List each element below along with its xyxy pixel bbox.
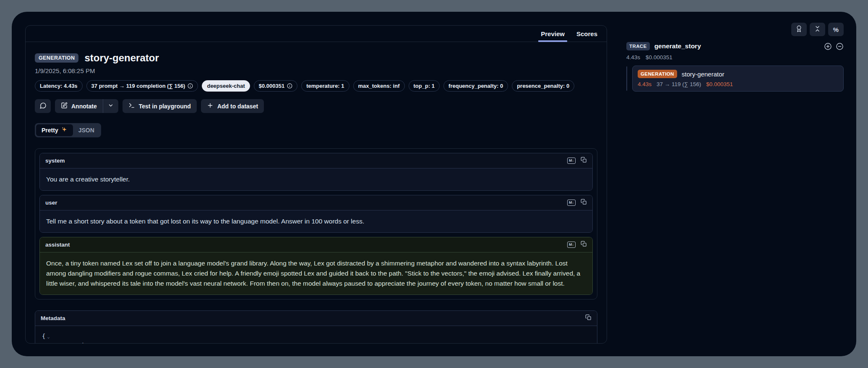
info-icon[interactable]	[188, 83, 193, 89]
tab-scores[interactable]: Scores	[571, 26, 602, 42]
temperature-pill: temperature: 1	[301, 80, 349, 92]
message-role: user	[45, 200, 57, 206]
pretty-label: Pretty	[42, 127, 58, 134]
trace-cost: $0.000351	[646, 54, 673, 60]
frequency-penalty-pill: frequency_penalty: 0	[443, 80, 508, 92]
message-content: Once, a tiny token named Lex set off to …	[40, 252, 592, 294]
toggle-pretty[interactable]: Pretty	[36, 124, 73, 136]
generation-type-badge: GENERATION	[35, 53, 78, 63]
screenshot-root: { "colors": { "page_background": "#56626…	[0, 0, 868, 368]
sparkles-icon	[61, 126, 68, 134]
preview-tabbar: Preview Scores	[26, 26, 607, 42]
tree-node-cost: $0.000351	[706, 81, 733, 87]
test-in-playground-button[interactable]: Test in playground	[123, 99, 197, 113]
chevron-down-icon	[108, 103, 114, 110]
annotate-button[interactable]: Annotate	[55, 99, 103, 113]
app-window: Preview Scores GENERATION story-generato…	[12, 12, 856, 356]
info-icon[interactable]	[287, 83, 292, 89]
percent-icon: %	[833, 26, 839, 33]
copy-icon[interactable]	[585, 314, 592, 322]
pretty-json-toggle: Pretty JSON	[35, 123, 101, 137]
circle-plus-icon[interactable]	[824, 42, 832, 50]
tree-node-tokens: 37 → 119 (∑ 156)	[657, 81, 701, 87]
observation-tree: GENERATION story-generator 4.43s 37 → 11…	[626, 66, 844, 92]
message-role: assistant	[45, 242, 70, 248]
cost-label: $0.000351	[259, 83, 284, 89]
json-key: genre:	[50, 342, 70, 343]
collapse-chevron-icon[interactable]: ⌄	[47, 334, 50, 339]
scores-award-button[interactable]	[791, 23, 807, 36]
toggle-json[interactable]: JSON	[73, 125, 100, 136]
max-tokens-pill: max_tokens: inf	[353, 80, 405, 92]
cost-pill[interactable]: $0.000351	[254, 80, 297, 92]
json-line: {⌄	[42, 332, 590, 341]
tree-zoom-controls	[824, 42, 844, 50]
token-usage-pill[interactable]: 37 prompt → 119 completion (∑ 156)	[86, 80, 198, 92]
trace-stats-row: 4.43s $0.000351	[626, 54, 844, 60]
messages-container: system M↓ You are a creative storyteller…	[35, 148, 597, 300]
observation-preview-panel: Preview Scores GENERATION story-generato…	[25, 25, 607, 344]
comment-icon	[39, 102, 47, 110]
trace-header-row: TRACE generate_story	[626, 42, 844, 50]
trace-latency: 4.43s	[626, 54, 640, 60]
tab-preview[interactable]: Preview	[536, 26, 570, 42]
tree-guide-line	[626, 66, 627, 91]
annotate-label: Annotate	[71, 103, 97, 110]
message-header: assistant M↓	[40, 237, 592, 252]
copy-icon[interactable]	[581, 157, 587, 165]
trace-tree-sidebar: % TRACE generate_story 4.43s $0.000351	[615, 12, 856, 356]
collapse-all-button[interactable]	[810, 23, 825, 36]
metadata-title: Metadata	[41, 315, 65, 321]
annotate-split-button: Annotate	[55, 99, 118, 113]
metadata-card: Metadata {⌄ genre: "adventure" }	[35, 310, 597, 343]
tree-node-generation[interactable]: GENERATION story-generator 4.43s 37 → 11…	[632, 66, 844, 92]
copy-icon[interactable]	[581, 241, 587, 249]
metadata-header: Metadata	[35, 311, 597, 326]
annotate-pencil-icon	[61, 102, 68, 110]
metric-pills-row: Latency: 4.43s 37 prompt → 119 completio…	[35, 80, 597, 92]
markdown-toggle-icon[interactable]: M↓	[567, 158, 576, 164]
comment-button[interactable]	[35, 99, 51, 113]
top-p-pill: top_p: 1	[409, 80, 440, 92]
terminal-icon	[128, 102, 135, 110]
message-content: You are a creative storyteller.	[40, 168, 592, 190]
message-card-system: system M↓ You are a creative storyteller…	[39, 153, 593, 191]
message-role: system	[45, 158, 65, 164]
add-to-dataset-button[interactable]: Add to dataset	[201, 99, 264, 113]
trace-title[interactable]: generate_story	[654, 42, 701, 50]
playground-label: Test in playground	[139, 103, 191, 110]
fold-vertical-icon	[814, 25, 821, 34]
observation-timestamp: 1/9/2025, 6:08:25 PM	[35, 67, 597, 74]
json-line: genre: "adventure"	[42, 341, 590, 343]
annotate-dropdown-button[interactable]	[103, 99, 118, 113]
token-usage-label: 37 prompt → 119 completion (∑ 156)	[91, 83, 185, 89]
page-title: story-generator	[84, 52, 159, 64]
latency-pill: Latency: 4.43s	[35, 80, 83, 92]
add-to-dataset-label: Add to dataset	[217, 103, 258, 110]
message-header: user M↓	[40, 195, 592, 210]
action-toolbar: Annotate Test in playground	[35, 99, 597, 113]
message-card-user: user M↓ Tell me a short story about a to…	[39, 195, 593, 233]
toggle-percentages-button[interactable]: %	[828, 23, 844, 36]
message-content: Tell me a short story about a token that…	[40, 210, 592, 232]
copy-icon[interactable]	[581, 199, 587, 207]
view-toggle-row: Pretty JSON	[35, 123, 597, 137]
markdown-toggle-icon[interactable]: M↓	[567, 242, 576, 248]
markdown-toggle-icon[interactable]: M↓	[567, 200, 576, 206]
message-card-assistant: assistant M↓ Once, a tiny token named Le…	[39, 237, 593, 295]
plus-icon	[207, 102, 214, 110]
trace-type-badge: TRACE	[626, 42, 650, 50]
tree-node-latency: 4.43s	[638, 81, 652, 87]
message-header: system M↓	[40, 153, 592, 168]
sidebar-icon-toolbar: %	[626, 23, 844, 36]
circle-minus-icon[interactable]	[836, 42, 844, 50]
observation-header: GENERATION story-generator	[35, 52, 597, 64]
presence-penalty-pill: presence_penalty: 0	[512, 80, 574, 92]
panel-content: GENERATION story-generator 1/9/2025, 6:0…	[26, 42, 607, 343]
tree-node-title: story-generator	[682, 71, 725, 78]
json-open-brace: {	[42, 333, 45, 339]
award-icon	[795, 25, 803, 34]
json-value: "adventure"	[73, 342, 111, 343]
model-pill[interactable]: deepseek-chat	[202, 80, 250, 92]
metadata-json: {⌄ genre: "adventure" }	[35, 326, 597, 343]
